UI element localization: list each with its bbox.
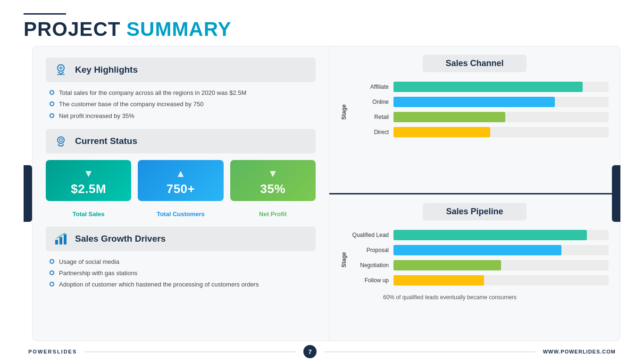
bar-label: Affiliate bbox=[351, 84, 389, 90]
footer: POWERSLIDES 7 WWW.POWERLIDES.COM bbox=[24, 341, 620, 362]
bar-row-qualified-lead: Qualified Lead bbox=[351, 230, 609, 240]
arrow-down-icon: ▼ bbox=[84, 168, 94, 180]
bar-track bbox=[393, 127, 609, 137]
sales-channel-y-label: Stage bbox=[341, 104, 347, 120]
key-highlights-header: Key Highlights bbox=[46, 58, 316, 82]
net-profit-label: Net Profit bbox=[259, 210, 287, 218]
footer-line-left bbox=[84, 352, 296, 352]
total-customers-value: 750+ bbox=[167, 182, 195, 196]
status-cards: ▼ $2.5M ▲ 750+ ▼ 35% bbox=[46, 160, 316, 201]
svg-rect-7 bbox=[64, 234, 67, 244]
left-accent-bar bbox=[24, 165, 32, 222]
sales-pipeline-y-label: Stage bbox=[341, 252, 347, 268]
svg-point-3 bbox=[58, 137, 64, 143]
sales-growth-list: Usage of social media Partnership with g… bbox=[46, 258, 316, 289]
sales-pipeline-bars: Qualified Lead Proposal Ne bbox=[351, 230, 609, 290]
bar-track bbox=[393, 97, 609, 107]
title-word2: SUMMARY bbox=[126, 18, 231, 40]
title-word1: PROJECT bbox=[24, 18, 120, 40]
bar-track bbox=[393, 82, 609, 92]
bar-label: Negotiation bbox=[351, 262, 389, 269]
bar-track bbox=[393, 260, 609, 270]
arrow-down-icon: ▼ bbox=[268, 168, 278, 180]
list-item: Adoption of customer which hastened the … bbox=[50, 280, 316, 289]
current-status-header: Current Status bbox=[46, 129, 316, 153]
sales-growth-header: Sales Growth Drivers bbox=[46, 227, 316, 251]
right-panel: Sales Channel Stage Affiliate Online bbox=[329, 46, 620, 341]
svg-point-4 bbox=[59, 139, 62, 142]
bar-track bbox=[393, 245, 609, 255]
footer-page-number: 7 bbox=[303, 345, 317, 358]
footer-website: WWW.POWERLIDES.COM bbox=[543, 349, 616, 354]
list-item: Usage of social media bbox=[50, 258, 316, 266]
header-accent-line bbox=[24, 13, 66, 15]
bullet-icon bbox=[50, 90, 54, 95]
page-title: PROJECT SUMMARY bbox=[24, 18, 620, 40]
card-labels-row: Total Sales Total Customers Net Profit bbox=[46, 210, 316, 218]
list-item: Net profit increased by 35% bbox=[50, 112, 316, 120]
bar-row-proposal: Proposal bbox=[351, 245, 609, 255]
svg-rect-5 bbox=[55, 240, 58, 244]
bullet-icon bbox=[50, 101, 54, 106]
bar-fill bbox=[393, 245, 561, 255]
bar-row-online: Online bbox=[351, 97, 609, 107]
bar-label: Follow up bbox=[351, 277, 389, 284]
sales-channel-chart: Stage Affiliate Online bbox=[341, 82, 609, 142]
total-sales-card: ▼ $2.5M bbox=[46, 160, 131, 201]
list-item: Total sales for the company across all t… bbox=[50, 89, 316, 97]
header: PROJECT SUMMARY bbox=[24, 0, 620, 46]
total-customers-card: ▲ 750+ bbox=[138, 160, 223, 201]
bar-track bbox=[393, 230, 609, 240]
main-content: Key Highlights Total sales for the compa… bbox=[24, 46, 620, 341]
bullet-icon bbox=[50, 113, 54, 118]
bullet-icon bbox=[50, 270, 54, 275]
key-highlights-title: Key Highlights bbox=[75, 65, 138, 75]
bar-row-retail: Retail bbox=[351, 112, 609, 122]
list-item: Partnership with gas stations bbox=[50, 269, 316, 278]
bar-row-affiliate: Affiliate bbox=[351, 82, 609, 92]
page-container: PROJECT SUMMARY Key H bbox=[0, 0, 644, 362]
current-status-icon bbox=[52, 133, 69, 150]
bar-fill bbox=[393, 127, 490, 137]
sales-pipeline-title: Sales Pipeline bbox=[423, 203, 527, 220]
key-highlights-icon bbox=[52, 61, 69, 78]
bar-row-direct: Direct bbox=[351, 127, 609, 137]
footer-brand: POWERSLIDES bbox=[28, 349, 77, 354]
bar-row-negotiation: Negotiation bbox=[351, 260, 609, 270]
key-highlights-list: Total sales for the company across all t… bbox=[46, 89, 316, 120]
svg-rect-6 bbox=[59, 237, 62, 244]
bar-track bbox=[393, 275, 609, 286]
bullet-icon bbox=[50, 282, 54, 286]
bar-label: Qualified Lead bbox=[351, 232, 389, 238]
total-sales-label: Total Sales bbox=[73, 210, 105, 218]
footer-line-right bbox=[324, 352, 535, 352]
bar-fill bbox=[393, 230, 587, 240]
net-profit-card: ▼ 35% bbox=[230, 160, 316, 201]
sales-channel-bars: Affiliate Online Retail bbox=[351, 82, 609, 142]
current-status-title: Current Status bbox=[75, 136, 137, 146]
net-profit-value: 35% bbox=[260, 182, 286, 196]
bar-fill bbox=[393, 97, 555, 107]
bar-track bbox=[393, 112, 609, 122]
total-sales-value: $2.5M bbox=[71, 182, 106, 196]
sales-growth-title: Sales Growth Drivers bbox=[75, 234, 166, 244]
arrow-up-icon: ▲ bbox=[176, 168, 186, 180]
right-accent-bar bbox=[612, 165, 620, 222]
bullet-icon bbox=[50, 259, 54, 264]
bar-fill bbox=[393, 82, 583, 92]
bar-fill bbox=[393, 112, 505, 122]
left-panel: Key Highlights Total sales for the compa… bbox=[32, 46, 329, 341]
sales-channel-title: Sales Channel bbox=[423, 55, 527, 72]
bar-fill bbox=[393, 275, 484, 286]
sales-growth-icon bbox=[52, 230, 69, 247]
bar-label: Retail bbox=[351, 114, 389, 120]
bar-label: Online bbox=[351, 99, 389, 105]
sales-pipeline-chart: Stage Qualified Lead Proposal bbox=[341, 230, 609, 290]
bar-fill bbox=[393, 260, 501, 270]
bar-label: Proposal bbox=[351, 247, 389, 253]
sales-channel-section: Sales Channel Stage Affiliate Online bbox=[329, 46, 620, 194]
list-item: The customer base of the company increas… bbox=[50, 100, 316, 109]
bar-row-followup: Follow up bbox=[351, 275, 609, 286]
total-customers-label: Total Customers bbox=[157, 210, 205, 218]
sales-pipeline-section: Sales Pipeline Stage Qualified Lead Prop… bbox=[329, 194, 620, 341]
